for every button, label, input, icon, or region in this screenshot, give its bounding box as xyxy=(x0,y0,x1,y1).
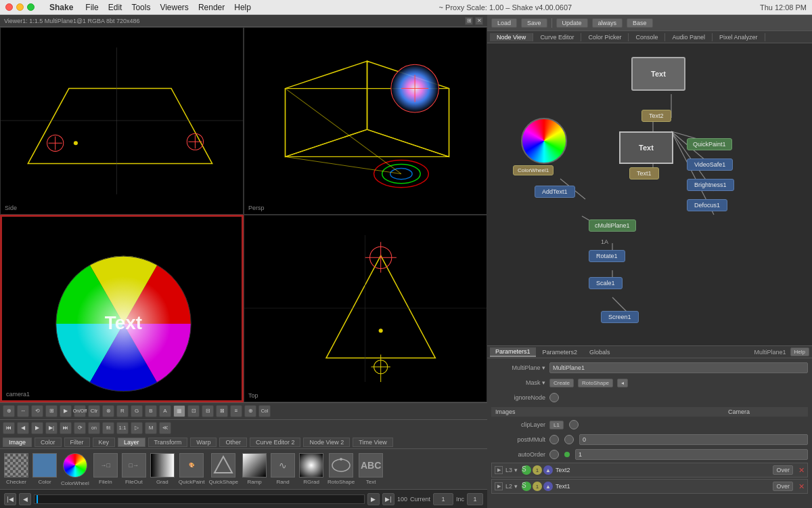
layer-expand-l2[interactable]: ▶ xyxy=(495,482,503,490)
tab-color-picker[interactable]: Color Picker xyxy=(581,33,629,41)
node-view[interactable]: Text Text2 Text Text1 QuickPaint1 VideoS… xyxy=(487,43,812,345)
layer-expand-l3[interactable]: ▶ xyxy=(495,466,503,474)
timeline-start[interactable]: |◀ xyxy=(4,493,16,505)
postmmult-toggle[interactable] xyxy=(549,435,559,444)
node-colorwheel1-label[interactable]: ColorWheel1 xyxy=(513,165,554,175)
node-text-label[interactable]: Text xyxy=(619,131,673,164)
tool-quickshape[interactable]: QuickShape xyxy=(208,453,238,485)
layer-s2-l2[interactable]: 1 xyxy=(533,482,542,491)
node-text-main[interactable]: Text xyxy=(631,57,685,91)
fit-btn[interactable]: fit xyxy=(102,422,114,434)
timeline-bar[interactable] xyxy=(34,494,365,504)
tool-fileout[interactable]: □→ FileOut xyxy=(122,453,146,485)
playback-prev[interactable]: ◀ xyxy=(17,422,29,434)
node-cmultiplane1[interactable]: cMultiPlane1 xyxy=(589,219,636,232)
compare-btn[interactable]: ≪ xyxy=(159,422,171,434)
update-button[interactable]: Update xyxy=(556,18,588,28)
layer-delete-l3[interactable]: ✕ xyxy=(798,466,805,475)
node-text1[interactable]: Text1 xyxy=(629,167,659,179)
mask-dropdown[interactable]: ◂ xyxy=(617,379,628,387)
tool-btn-8[interactable]: ⊗ xyxy=(102,405,114,417)
layer-s3-l2[interactable]: ▲ xyxy=(543,482,553,491)
tab-layer[interactable]: Layer xyxy=(118,438,145,447)
tool-filein[interactable]: →□ FileIn xyxy=(93,453,118,485)
tool-color[interactable]: Color xyxy=(32,453,57,485)
node-addtext1[interactable]: AddText1 xyxy=(535,186,575,198)
maximize-button[interactable] xyxy=(27,3,35,11)
node-rotate1[interactable]: Rotate1 xyxy=(589,250,625,262)
tool-btn-19[interactable]: Col xyxy=(258,405,271,417)
tab-image[interactable]: Image xyxy=(3,438,32,447)
timeline-end[interactable]: ▶| xyxy=(382,493,394,505)
tab-filter[interactable]: Filter xyxy=(64,438,90,447)
tool-btn-9[interactable]: R xyxy=(116,405,129,417)
proxy-btn[interactable]: on xyxy=(88,422,100,434)
tool-btn-2[interactable]: ↔ xyxy=(17,405,29,417)
tool-quickpaint[interactable]: 🎨 QuickPaint xyxy=(179,453,205,485)
menu-edit[interactable]: Edit xyxy=(108,3,122,12)
playback-end[interactable]: ⏭ xyxy=(60,422,72,434)
tab-time-view[interactable]: Time View xyxy=(353,438,393,447)
node-text2[interactable]: Text2 xyxy=(641,110,671,122)
timeline-inc-field[interactable]: 1 xyxy=(467,493,483,505)
param-value-postmmult[interactable]: 0 xyxy=(579,434,808,445)
tab-transform[interactable]: Transform xyxy=(148,438,188,447)
tool-rotoshape[interactable]: RotoShape xyxy=(328,453,355,485)
tool-btn-18[interactable]: ⊕ xyxy=(244,405,256,417)
layer-delete-l2[interactable]: ✕ xyxy=(798,482,805,491)
cliplayer-l1[interactable]: L1 xyxy=(549,421,564,429)
viewer-ctrl-1[interactable]: ⊞ xyxy=(465,17,473,25)
tool-colorwheel[interactable]: ColorWheel xyxy=(61,452,89,486)
layer-row-l2[interactable]: ▶ L2 ▾ S 1 ▲ Text1 Over ✕ xyxy=(491,479,808,494)
param-value-autoorder[interactable]: 1 xyxy=(575,449,808,460)
tab-node-view[interactable]: Node View xyxy=(490,33,533,41)
tab-pixel-analyzer[interactable]: Pixel Analyzer xyxy=(713,33,765,41)
tab-parameters1[interactable]: Parameters1 xyxy=(490,347,536,357)
view-btn-1[interactable]: 1:1 xyxy=(116,422,129,434)
tab-other[interactable]: Other xyxy=(219,438,247,447)
menu-render[interactable]: Render xyxy=(198,3,225,12)
tool-btn-10[interactable]: G xyxy=(131,405,143,417)
always-button[interactable]: always xyxy=(592,18,623,28)
tool-btn-16[interactable]: ⊠ xyxy=(216,405,228,417)
menu-help[interactable]: Help xyxy=(234,3,251,12)
node-screen1[interactable]: Screen1 xyxy=(601,311,639,323)
cache-btn[interactable]: ▷ xyxy=(131,422,143,434)
cliplayer-toggle[interactable] xyxy=(569,420,579,429)
tool-btn-14[interactable]: ⊡ xyxy=(187,405,200,417)
mask-create-btn[interactable]: Create xyxy=(549,379,574,387)
motion-btn[interactable]: M xyxy=(145,422,157,434)
node-videosafe1[interactable]: VideoSafe1 xyxy=(687,158,733,171)
tool-btn-15[interactable]: ⊟ xyxy=(202,405,214,417)
node-defocus1[interactable]: Defocus1 xyxy=(687,199,727,211)
timeline-next[interactable]: ▶ xyxy=(367,493,380,505)
tool-btn-13[interactable]: ▦ xyxy=(173,405,185,417)
layer-s2-l3[interactable]: 1 xyxy=(533,465,542,475)
tool-rgrad[interactable]: RGrad xyxy=(299,453,323,485)
tab-console[interactable]: Console xyxy=(629,33,665,41)
tab-curve-editor[interactable]: Curve Editor xyxy=(533,33,581,41)
menu-viewers[interactable]: Viewers xyxy=(160,3,188,12)
tool-btn-3[interactable]: ⟲ xyxy=(31,405,43,417)
tab-node-view2[interactable]: Node View 2 xyxy=(303,438,350,447)
layer-s3-l3[interactable]: ▲ xyxy=(543,465,553,475)
playback-start[interactable]: ⏮ xyxy=(3,422,15,434)
tab-globals[interactable]: Globals xyxy=(584,348,616,356)
tool-checker[interactable]: Checker xyxy=(4,453,28,485)
viewport-top[interactable]: Top xyxy=(244,215,487,402)
layer-blend-l3[interactable]: Over xyxy=(773,465,793,475)
viewport-side[interactable]: Side xyxy=(0,27,244,215)
base-button[interactable]: Base xyxy=(627,18,653,28)
layer-row-l3[interactable]: ▶ L3 ▾ S 1 ▲ Text2 Over ✕ xyxy=(491,463,808,478)
tool-btn-12[interactable]: A xyxy=(159,405,171,417)
load-button[interactable]: Load xyxy=(491,18,517,28)
tool-ramp[interactable]: Ramp xyxy=(242,453,267,485)
layer-vis-l2[interactable]: S xyxy=(522,482,531,491)
tool-btn-5[interactable]: ▶ xyxy=(60,405,72,417)
timeline-current-field[interactable]: 1 xyxy=(433,493,453,505)
close-button[interactable] xyxy=(5,3,13,11)
tab-warp[interactable]: Warp xyxy=(190,438,217,447)
playback-loop[interactable]: ⟳ xyxy=(74,422,86,434)
layer-blend-l2[interactable]: Over xyxy=(773,482,793,491)
menu-tools[interactable]: Tools xyxy=(131,3,150,12)
